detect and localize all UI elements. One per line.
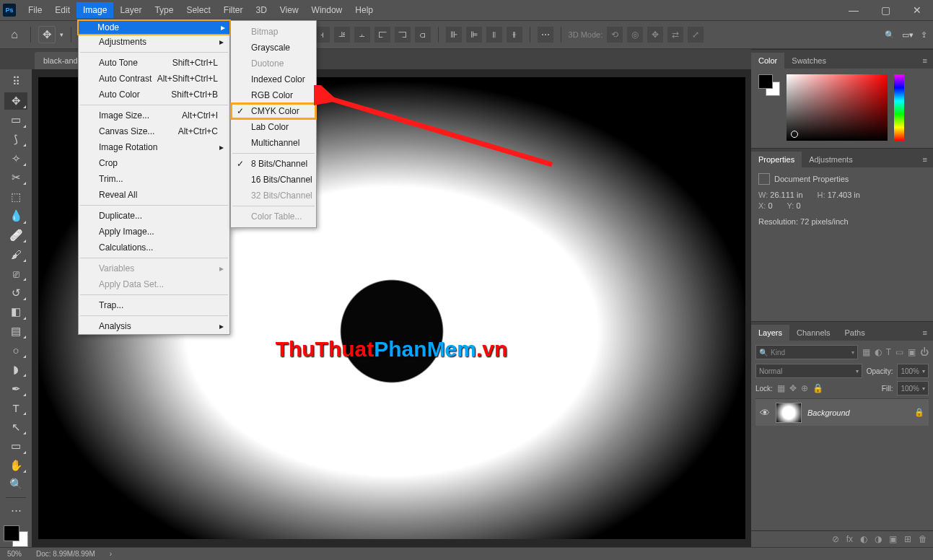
new-group-icon[interactable]: ▣	[889, 534, 897, 544]
layer-kind-filter[interactable]: 🔍 Kind ▾	[755, 345, 858, 359]
gradient-tool[interactable]: ▤	[4, 323, 27, 341]
image-menu-item[interactable]: Trap...	[79, 297, 229, 313]
image-menu-item[interactable]: Trim...	[79, 171, 229, 187]
blend-mode-dropdown[interactable]: Normal▾	[755, 364, 862, 378]
color-tab[interactable]: Color	[751, 53, 784, 69]
close-button[interactable]: ✕	[901, 0, 933, 20]
lock-all-icon[interactable]: 🔒	[812, 383, 823, 393]
mode-menu-item[interactable]: ✓CMYK Color	[231, 103, 316, 119]
menu-view[interactable]: View	[273, 2, 305, 18]
menu-layer[interactable]: Layer	[113, 2, 148, 18]
align-btn-5[interactable]: ⫎	[395, 27, 411, 43]
filter-shape-icon[interactable]: ▭	[895, 347, 903, 357]
filter-toggle-icon[interactable]: ⏻	[920, 347, 929, 357]
image-menu-item[interactable]: Duplicate...	[79, 208, 229, 224]
delete-layer-icon[interactable]: 🗑	[919, 534, 927, 544]
zoom-level[interactable]: 50%	[7, 550, 22, 558]
image-menu-item[interactable]: Calculations...	[79, 240, 229, 255]
edit-toolbar-icon[interactable]: ⋯	[4, 502, 27, 520]
grip-icon[interactable]: ⠿	[4, 73, 27, 91]
dist-btn-3[interactable]: ⫴	[486, 27, 502, 43]
image-menu-item[interactable]: Mode▸	[77, 19, 231, 35]
pen-tool[interactable]: ✒	[4, 380, 27, 398]
share-icon[interactable]: ⇪	[921, 30, 927, 40]
layer-fx-icon[interactable]: fx	[846, 534, 853, 544]
status-menu-icon[interactable]: ›	[110, 550, 112, 558]
stamp-tool[interactable]: ⎚	[4, 265, 27, 283]
align-btn-3[interactable]: ⫠	[354, 27, 370, 43]
lock-artboard-icon[interactable]: ⊕	[801, 383, 808, 393]
frame-tool[interactable]: ⬚	[4, 188, 27, 206]
opacity-input[interactable]: 100%▾	[897, 364, 929, 378]
new-layer-icon[interactable]: ⊞	[904, 534, 911, 544]
zoom-tool[interactable]: 🔍	[4, 476, 27, 494]
image-menu-item[interactable]: Apply Image...	[79, 224, 229, 240]
lock-position-icon[interactable]: ✥	[789, 383, 797, 393]
hue-slider[interactable]	[894, 74, 904, 141]
menu-help[interactable]: Help	[349, 2, 380, 18]
home-icon[interactable]: ⌂	[6, 26, 23, 43]
filter-adjust-icon[interactable]: ◐	[875, 347, 882, 357]
workspace-icon[interactable]: ▭▾	[902, 30, 914, 40]
move-tool-icon[interactable]: ✥	[38, 26, 56, 43]
menu-file[interactable]: File	[22, 2, 48, 18]
marquee-tool[interactable]: ▭	[4, 111, 27, 129]
eraser-tool[interactable]: ◧	[4, 303, 27, 321]
align-btn-4[interactable]: ⫍	[374, 27, 390, 43]
layer-thumbnail-icon[interactable]	[776, 403, 802, 423]
brush-tool[interactable]: 🖌	[4, 245, 27, 263]
color-panel-menu-icon[interactable]: ≡	[917, 53, 933, 69]
hand-tool[interactable]: ✋	[4, 457, 27, 475]
menu-type[interactable]: Type	[148, 2, 180, 18]
filter-smart-icon[interactable]: ▣	[908, 347, 916, 357]
layer-mask-icon[interactable]: ◐	[860, 534, 867, 544]
mode-menu-item[interactable]: 16 Bits/Channel	[231, 172, 316, 188]
more-align-button[interactable]: ⋯	[538, 27, 553, 43]
blur-tool[interactable]: ○	[4, 341, 27, 359]
dodge-tool[interactable]: ◗	[4, 361, 27, 379]
layer-name[interactable]: Background	[807, 408, 850, 417]
color-swatches[interactable]	[4, 525, 28, 547]
fg-color-icon[interactable]	[4, 525, 19, 541]
history-brush-tool[interactable]: ↺	[4, 284, 27, 302]
menu-image[interactable]: Image	[76, 2, 113, 18]
color-picker[interactable]	[787, 74, 888, 141]
mode-menu-item[interactable]: ✓8 Bits/Channel	[231, 156, 316, 172]
image-menu-item[interactable]: Reveal All	[79, 187, 229, 203]
crop-tool[interactable]: ✂	[4, 169, 27, 187]
eyedropper-tool[interactable]: 💧	[4, 207, 27, 225]
layer-visibility-icon[interactable]: 👁	[760, 407, 770, 419]
healing-tool[interactable]: 🩹	[4, 227, 27, 245]
image-menu-item[interactable]: Analysis▸	[79, 318, 229, 334]
color-fgbg-icon[interactable]	[758, 74, 780, 96]
3d-pan-icon[interactable]: ✥	[647, 27, 663, 43]
menu-3d[interactable]: 3D	[249, 2, 273, 18]
minimize-button[interactable]: —	[838, 0, 870, 20]
path-select-tool[interactable]: ↖	[4, 418, 27, 436]
mode-menu-item[interactable]: Multichannel	[231, 135, 316, 151]
menu-window[interactable]: Window	[305, 2, 349, 18]
dist-btn-2[interactable]: ⊫	[466, 27, 482, 43]
menu-edit[interactable]: Edit	[48, 2, 76, 18]
layers-tab[interactable]: Layers	[751, 325, 789, 341]
properties-panel-menu-icon[interactable]: ≡	[917, 152, 933, 167]
type-tool[interactable]: T	[4, 399, 27, 417]
doc-size[interactable]: Doc: 8.99M/8.99M	[36, 550, 95, 558]
3d-slide-icon[interactable]: ⇄	[667, 27, 683, 43]
mode-menu-item[interactable]: RGB Color	[231, 87, 316, 103]
image-menu-item[interactable]: Auto ToneShift+Ctrl+L	[79, 55, 229, 71]
align-btn-6[interactable]: ⫏	[415, 27, 431, 43]
lock-pixels-icon[interactable]: ▦	[777, 383, 785, 393]
image-menu-item[interactable]: Canvas Size...Alt+Ctrl+C	[79, 123, 229, 139]
3d-zoom-icon[interactable]: ⤢	[688, 27, 704, 43]
mode-menu-item[interactable]: Indexed Color	[231, 71, 316, 87]
dist-btn-1[interactable]: ⊪	[446, 27, 462, 43]
search-icon[interactable]: 🔍	[885, 30, 895, 40]
lasso-tool[interactable]: ⟆	[4, 131, 27, 149]
3d-roll-icon[interactable]: ◎	[627, 27, 643, 43]
maximize-button[interactable]: ▢	[870, 0, 901, 20]
properties-tab[interactable]: Properties	[751, 152, 802, 167]
new-adjustment-icon[interactable]: ◑	[875, 534, 882, 544]
move-tool[interactable]: ✥	[4, 92, 27, 110]
menu-select[interactable]: Select	[180, 2, 216, 18]
